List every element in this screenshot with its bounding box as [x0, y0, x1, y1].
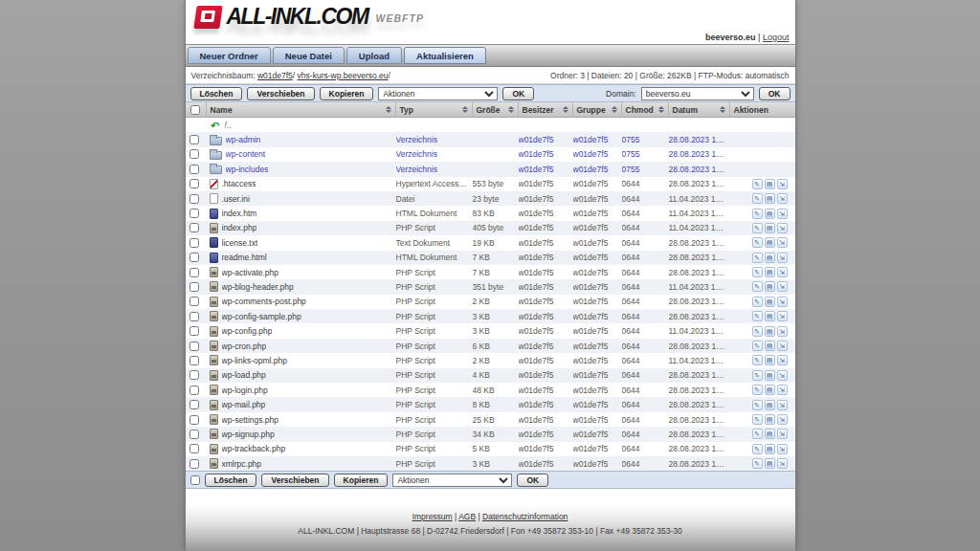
sort-icon[interactable]	[462, 106, 468, 113]
verschieben-button[interactable]: Verschieben	[247, 87, 314, 100]
column-header-name[interactable]: Name	[207, 102, 396, 117]
row-checkbox[interactable]	[189, 282, 199, 292]
verschieben-button[interactable]: Verschieben	[261, 474, 328, 487]
download-icon[interactable]: ⇲	[777, 355, 788, 365]
download-icon[interactable]: ⇲	[777, 444, 788, 454]
edit-icon[interactable]: ✎	[752, 179, 763, 189]
download-icon[interactable]: ⇲	[777, 326, 788, 337]
view-icon[interactable]: ▤	[765, 223, 775, 233]
download-icon[interactable]: ⇲	[777, 179, 788, 189]
row-checkbox[interactable]	[189, 386, 199, 395]
download-icon[interactable]: ⇲	[777, 253, 788, 263]
row-checkbox[interactable]	[189, 326, 199, 336]
row-checkbox[interactable]	[189, 459, 199, 469]
footer-link-agb[interactable]: AGB	[458, 512, 476, 521]
row-checkbox[interactable]	[189, 430, 199, 439]
download-icon[interactable]: ⇲	[777, 209, 788, 219]
row-checkbox[interactable]	[189, 179, 199, 188]
sort-icon[interactable]	[563, 106, 568, 113]
file-name[interactable]: wp-admin	[226, 135, 261, 144]
actions-select[interactable]: Aktionen	[378, 87, 498, 100]
breadcrumb-link-vhs-kurs-wp-beeverso-eu[interactable]: vhs-kurs-wp.beeverso.eu	[298, 71, 389, 80]
breadcrumb-link-w01de7f5[interactable]: w01de7f5	[257, 71, 293, 80]
domain-ok-button[interactable]: OK	[759, 87, 791, 100]
edit-icon[interactable]: ✎	[752, 267, 763, 277]
column-header-gruppe[interactable]: Gruppe	[573, 102, 622, 117]
row-checkbox[interactable]	[189, 415, 199, 425]
actions-select-bottom[interactable]: Aktionen	[392, 474, 512, 487]
view-icon[interactable]: ▤	[765, 370, 775, 381]
download-icon[interactable]: ⇲	[777, 267, 788, 277]
row-checkbox[interactable]	[189, 253, 199, 262]
view-icon[interactable]: ▤	[765, 385, 775, 395]
row-checkbox[interactable]	[189, 223, 199, 232]
domain-select[interactable]: beeverso.eu	[641, 87, 754, 100]
row-checkbox[interactable]	[189, 268, 199, 277]
view-icon[interactable]: ▤	[765, 193, 775, 204]
row-checkbox[interactable]	[189, 209, 199, 218]
edit-icon[interactable]: ✎	[752, 297, 763, 307]
sort-icon[interactable]	[508, 106, 514, 113]
tab-upload[interactable]: Upload	[346, 47, 402, 64]
edit-icon[interactable]: ✎	[752, 429, 763, 439]
kopieren-button[interactable]: Kopieren	[320, 87, 374, 100]
download-icon[interactable]: ⇲	[777, 297, 788, 307]
footer-link-datenschutzinformation[interactable]: Datenschutzinformation	[482, 512, 568, 521]
sort-icon[interactable]	[386, 106, 391, 113]
download-icon[interactable]: ⇲	[777, 237, 788, 248]
edit-icon[interactable]: ✎	[752, 385, 763, 395]
view-icon[interactable]: ▤	[765, 326, 775, 337]
kopieren-button[interactable]: Kopieren	[334, 474, 389, 487]
download-icon[interactable]: ⇲	[777, 281, 788, 292]
edit-icon[interactable]: ✎	[752, 355, 763, 365]
view-icon[interactable]: ▤	[765, 297, 775, 307]
tab-neuer-ordner[interactable]: Neuer Ordner	[188, 47, 271, 64]
edit-icon[interactable]: ✎	[752, 281, 763, 292]
view-icon[interactable]: ▤	[765, 267, 775, 277]
view-icon[interactable]: ▤	[765, 281, 775, 292]
view-icon[interactable]: ▤	[765, 209, 775, 219]
view-icon[interactable]: ▤	[765, 253, 775, 263]
edit-icon[interactable]: ✎	[752, 237, 763, 248]
view-icon[interactable]: ▤	[765, 458, 775, 469]
download-icon[interactable]: ⇲	[777, 458, 788, 469]
view-icon[interactable]: ▤	[765, 341, 775, 351]
row-checkbox[interactable]	[189, 238, 199, 248]
tab-aktualisieren[interactable]: Aktualisieren	[404, 47, 486, 64]
edit-icon[interactable]: ✎	[752, 193, 763, 204]
sort-icon[interactable]	[612, 106, 617, 113]
download-icon[interactable]: ⇲	[777, 400, 788, 410]
edit-icon[interactable]: ✎	[752, 223, 763, 233]
sort-icon[interactable]	[720, 106, 725, 113]
download-icon[interactable]: ⇲	[777, 193, 788, 204]
sort-icon[interactable]	[658, 106, 664, 113]
edit-icon[interactable]: ✎	[752, 311, 763, 321]
löschen-button[interactable]: Löschen	[205, 474, 257, 487]
view-icon[interactable]: ▤	[765, 311, 775, 321]
row-checkbox[interactable]	[189, 370, 199, 380]
edit-icon[interactable]: ✎	[752, 253, 763, 263]
row-checkbox[interactable]	[189, 149, 199, 159]
row-checkbox[interactable]	[189, 297, 199, 306]
file-name[interactable]: wp-content	[226, 149, 266, 159]
column-header-datum[interactable]: Datum	[669, 102, 730, 117]
row-checkbox[interactable]	[189, 356, 199, 365]
file-name[interactable]: wp-includes	[226, 165, 269, 174]
tab-neue-datei[interactable]: Neue Datei	[273, 47, 345, 64]
edit-icon[interactable]: ✎	[752, 444, 763, 454]
ok-button-bottom[interactable]: OK	[517, 474, 548, 487]
edit-icon[interactable]: ✎	[752, 400, 763, 410]
view-icon[interactable]: ▤	[765, 444, 775, 454]
column-header-typ[interactable]: Typ	[396, 102, 473, 117]
ok-button[interactable]: OK	[502, 87, 534, 100]
löschen-button[interactable]: Löschen	[190, 87, 243, 100]
view-icon[interactable]: ▤	[765, 179, 775, 189]
edit-icon[interactable]: ✎	[752, 458, 763, 469]
download-icon[interactable]: ⇲	[777, 223, 788, 233]
edit-icon[interactable]: ✎	[752, 370, 763, 381]
edit-icon[interactable]: ✎	[752, 209, 763, 219]
column-header-chmod[interactable]: Chmod	[622, 102, 669, 117]
row-checkbox[interactable]	[189, 165, 199, 174]
row-checkbox[interactable]	[189, 312, 199, 321]
up-directory-link[interactable]: /..	[225, 121, 232, 130]
